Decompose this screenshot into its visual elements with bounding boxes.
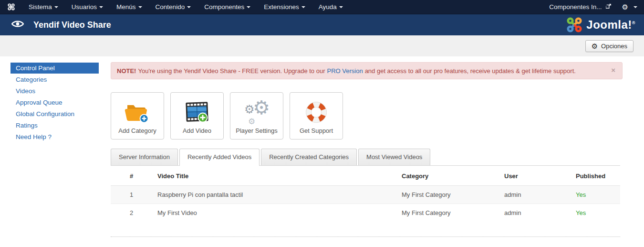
- lifesaver-icon: [304, 97, 328, 127]
- table-row: 1 Raspberry Pi con pantalla tactil My Fi…: [111, 186, 620, 204]
- sidebar-item-need-help[interactable]: Need Help ?: [10, 131, 99, 142]
- category-cell: My First Category: [398, 204, 500, 222]
- menu-ayuda[interactable]: Ayuda: [312, 0, 350, 14]
- col-category: Category: [398, 166, 500, 186]
- sidebar-item-global-configuration[interactable]: Global Configuration: [10, 108, 99, 119]
- menu-contenido[interactable]: Contenido: [149, 0, 198, 14]
- player-settings-button[interactable]: ⚙ ⚙ ⚙ Player Settings: [230, 92, 283, 140]
- joomla-logo-icon: [566, 17, 582, 33]
- table-header-row: # Video Title Category User Published: [111, 166, 620, 186]
- menu-componentes-label: Componentes: [204, 3, 244, 11]
- menu-componentes[interactable]: Componentes: [197, 0, 257, 14]
- menu-ayuda-label: Ayuda: [319, 3, 337, 11]
- gear-icon: ⚙: [253, 98, 270, 117]
- options-button-label: Opciones: [601, 43, 627, 50]
- tab-most-viewed-videos[interactable]: Most Viewed Videos: [358, 149, 430, 165]
- chevron-down-icon: [99, 6, 103, 8]
- tab-server-information[interactable]: Server Information: [111, 149, 178, 165]
- notice-text-after: and get access to all our pro features, …: [365, 67, 576, 75]
- chevron-down-icon: [301, 6, 305, 8]
- gear-icon: ⚙: [248, 118, 255, 126]
- notice-prefix: NOTE!: [117, 67, 136, 75]
- tab-recently-created-categories[interactable]: Recently Created Categories: [261, 149, 357, 165]
- menu-contenido-label: Contenido: [156, 3, 185, 11]
- component-header: Yendif Video Share Joomla!®: [0, 14, 644, 35]
- add-video-button[interactable]: Add Video: [170, 92, 224, 140]
- folder-add-icon: [125, 97, 150, 127]
- eye-icon: [11, 20, 24, 30]
- active-component-link[interactable]: Componentes In...: [549, 3, 602, 11]
- player-settings-label: Player Settings: [236, 127, 277, 134]
- film-add-icon: [185, 97, 209, 127]
- gear-icon: ⚙: [244, 104, 255, 115]
- row-number: 1: [111, 186, 154, 204]
- menu-sistema-label: Sistema: [29, 3, 52, 11]
- settings-gear-icon[interactable]: ⚙: [622, 3, 628, 11]
- row-number: 2: [111, 204, 154, 222]
- chevron-down-icon: [138, 6, 142, 8]
- sidebar-item-ratings[interactable]: Ratings: [10, 120, 99, 131]
- chevron-down-icon: [54, 6, 58, 8]
- page-title: Yendif Video Share: [33, 20, 111, 30]
- published-status: Yes: [572, 204, 620, 222]
- gear-icon: ⚙: [592, 43, 598, 50]
- toolbar: ⚙ Opciones: [0, 35, 644, 56]
- menu-usuarios-label: Usuarios: [72, 3, 97, 11]
- video-title-cell: Raspberry Pi con pantalla tactil: [154, 186, 398, 204]
- joomla-logo: Joomla!®: [566, 17, 635, 33]
- menu-sistema[interactable]: Sistema: [22, 0, 65, 14]
- sidebar-item-categories[interactable]: Categories: [10, 74, 99, 85]
- joomla-wordmark: Joomla!®: [586, 18, 635, 32]
- menu-menus-label: Menús: [116, 3, 136, 11]
- admin-navbar: Sistema Usuarios Menús Contenido Compone…: [0, 0, 644, 14]
- joomla-glyph-icon[interactable]: [0, 3, 22, 11]
- video-title-cell: My First Video: [154, 204, 398, 222]
- close-icon[interactable]: ×: [611, 66, 615, 74]
- menu-usuarios[interactable]: Usuarios: [65, 0, 110, 14]
- external-link-icon: [606, 3, 612, 11]
- gears-icon: ⚙ ⚙ ⚙: [243, 97, 270, 127]
- col-published: Published: [572, 166, 620, 186]
- published-status: Yes: [572, 186, 620, 204]
- menu-menus[interactable]: Menús: [110, 0, 149, 14]
- category-cell: My First Category: [398, 186, 500, 204]
- table-row: 2 My First Video My First Category admin…: [111, 204, 620, 222]
- quick-actions: Add Category: [111, 92, 623, 140]
- add-video-label: Add Video: [183, 127, 211, 134]
- get-support-button[interactable]: Get Support: [290, 92, 343, 140]
- user-cell: admin: [500, 186, 572, 204]
- sidebar-item-approval-queue[interactable]: Approval Queue: [10, 97, 99, 108]
- chevron-down-icon: [339, 6, 343, 8]
- user-cell: admin: [500, 204, 572, 222]
- dotted-divider: [111, 236, 620, 237]
- options-button[interactable]: ⚙ Opciones: [585, 40, 634, 52]
- menu-extensiones-label: Extensiones: [264, 3, 299, 11]
- sidebar-item-videos[interactable]: Videos: [10, 86, 99, 97]
- col-user: User: [500, 166, 572, 186]
- recently-added-videos-table: # Video Title Category User Published 1 …: [111, 166, 620, 222]
- chevron-down-icon[interactable]: [634, 6, 637, 8]
- notice-text-before: You're using the Yendif Video Share - FR…: [138, 67, 325, 75]
- dashboard-tabs: Server Information Recently Added Videos…: [111, 148, 623, 165]
- sidebar-item-control-panel[interactable]: Control Panel: [10, 63, 99, 74]
- chevron-down-icon: [247, 6, 250, 8]
- pro-version-link[interactable]: PRO Version: [327, 67, 363, 75]
- add-category-label: Add Category: [118, 127, 156, 134]
- col-number: #: [111, 166, 154, 186]
- component-sidebar: Control Panel Categories Videos Approval…: [10, 63, 99, 143]
- chevron-down-icon: [187, 6, 191, 8]
- menu-extensiones[interactable]: Extensiones: [257, 0, 312, 14]
- get-support-label: Get Support: [300, 127, 333, 134]
- col-video-title: Video Title: [154, 166, 398, 186]
- add-category-button[interactable]: Add Category: [111, 92, 164, 140]
- tab-recently-added-videos[interactable]: Recently Added Videos: [179, 149, 260, 166]
- free-version-notice: NOTE! You're using the Yendif Video Shar…: [111, 62, 623, 79]
